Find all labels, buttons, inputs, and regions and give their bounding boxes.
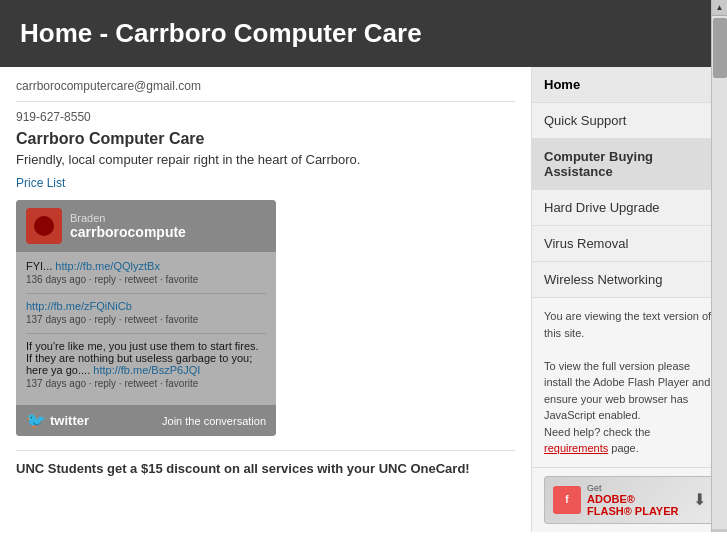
twitter-user-header: Braden carrborocompute [16,200,276,252]
twitter-real-name: Braden [70,212,186,224]
twitter-tweets: FYI... http://fb.me/QQlyztBx 136 days ag… [16,252,276,405]
sidebar-nav-item[interactable]: Quick Support [532,103,727,139]
flash-notice-line1: You are viewing the text version of this… [544,310,711,339]
tweet3-link[interactable]: http://fb.me/BszP6JQI [93,364,200,376]
sidebar-nav-item[interactable]: Wireless Networking [532,262,727,298]
download-arrow-icon: ⬇ [693,490,706,509]
twitter-bird-icon: 🐦 [26,411,46,430]
twitter-user-info: Braden carrborocompute [70,212,186,240]
twitter-widget: Braden carrborocompute FYI... http://fb.… [16,200,276,436]
scroll-thumb[interactable] [713,18,727,78]
twitter-handle: carrborocompute [70,224,186,240]
sidebar-nav-item[interactable]: Virus Removal [532,226,727,262]
site-name: Carrboro Computer Care [16,130,515,148]
page-title: Home - Carrboro Computer Care [20,18,707,49]
adobe-flash-banner[interactable]: f Get ADOBE® FLASH® PLAYER ⬇ [544,476,715,524]
adobe-text: Get ADOBE® FLASH® PLAYER [587,483,678,517]
tweet3-meta: 137 days ago · reply · retweet · favorit… [26,378,266,389]
main-content: carrborocomputercare@gmail.com 919-627-8… [0,67,532,532]
flash-notice-line3: Need help? check the [544,426,650,438]
twitter-footer: 🐦 twitter Join the conversation [16,405,276,436]
email-display: carrborocomputercare@gmail.com [16,79,515,102]
page-header: Home - Carrboro Computer Care [0,0,727,67]
sidebar-nav-item[interactable]: Computer Buying Assistance [532,139,727,190]
twitter-logo: 🐦 twitter [26,411,89,430]
scrollbar[interactable]: ▲ ▼ [711,0,727,532]
requirements-link[interactable]: requirements [544,442,608,454]
bottom-notice: UNC Students get a $15 discount on all s… [16,450,515,476]
tweet2-meta-text: 137 days ago · reply · retweet · favorit… [26,314,198,325]
flash-notice-line4: page. [611,442,639,454]
tweet1-meta-text: 136 days ago · reply · retweet · favorit… [26,274,198,285]
price-list-link[interactable]: Price List [16,176,65,190]
tweet-1: FYI... http://fb.me/QQlyztBx 136 days ag… [26,260,266,285]
tweet1-link[interactable]: http://fb.me/QQlyztBx [55,260,160,272]
flash-icon-letter: f [565,494,568,505]
sidebar-nav-item[interactable]: Home [532,67,727,103]
join-conversation-label: Join the conversation [162,415,266,427]
nav-items-container: HomeQuick SupportComputer Buying Assista… [532,67,727,298]
phone-display: 919-627-8550 [16,110,515,124]
twitter-avatar [26,208,62,244]
scroll-down-button[interactable]: ▼ [712,529,728,532]
scroll-up-button[interactable]: ▲ [712,0,728,16]
sidebar-nav-item[interactable]: Hard Drive Upgrade [532,190,727,226]
page-layout: carrborocomputercare@gmail.com 919-627-8… [0,67,727,532]
tweet2-meta: 137 days ago · reply · retweet · favorit… [26,314,266,325]
flash-icon: f [553,486,581,514]
twitter-logo-text: twitter [50,413,89,428]
tweet3-meta-text: 137 days ago · reply · retweet · favorit… [26,378,198,389]
adobe-brand1: ADOBE® [587,493,678,505]
adobe-brand2: FLASH® PLAYER [587,505,678,517]
tweet-2: http://fb.me/zFQiNiCb 137 days ago · rep… [26,300,266,325]
avatar-inner [34,216,54,236]
flash-notice-line2: To view the full version please install … [544,360,710,422]
tweet2-link[interactable]: http://fb.me/zFQiNiCb [26,300,132,312]
flash-notice: You are viewing the text version of this… [532,298,727,468]
sidebar: HomeQuick SupportComputer Buying Assista… [532,67,727,532]
site-tagline: Friendly, local computer repair right in… [16,152,515,167]
tweet1-text: FYI... [26,260,52,272]
adobe-get-label: Get [587,483,678,493]
tweet1-meta: 136 days ago · reply · retweet · favorit… [26,274,266,285]
tweet-3: If you're like me, you just use them to … [26,340,266,389]
